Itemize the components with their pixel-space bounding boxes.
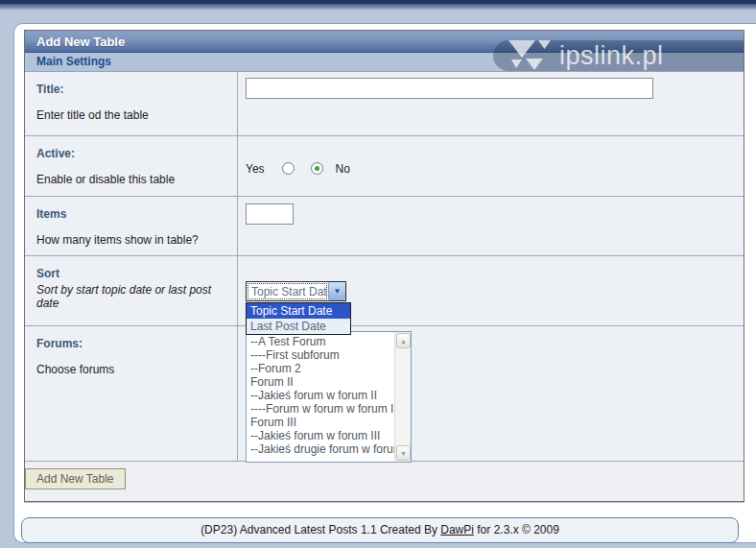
active-no-label: No (336, 162, 350, 176)
sort-option-topic-start-date[interactable]: Topic Start Date (247, 303, 350, 319)
form-row-sort: Sort Sort by start topic date or last po… (25, 256, 744, 326)
active-label: Active: (36, 147, 225, 160)
scroll-up-icon: ▲ (400, 338, 407, 345)
credits-text-after: for 2.3.x © 2009 (474, 523, 559, 536)
add-table-form: Add New Table ipslink.pl Main Settings T… (24, 30, 744, 502)
scroll-up-button[interactable]: ▲ (396, 333, 411, 348)
title-description: Enter title od the table (36, 108, 225, 122)
sort-dropdown-list: Topic Start Date Last Post Date (246, 302, 351, 335)
sort-combobox-closed[interactable]: Topic Start Date ▼ (246, 281, 346, 301)
active-input-cell: Yes No (238, 136, 744, 196)
sort-description: Sort by start topic date or last post da… (36, 283, 225, 310)
scroll-down-button[interactable]: ▼ (396, 445, 411, 461)
forums-input-cell: --A Test Forum ----First subforum --Foru… (238, 326, 744, 461)
active-label-cell: Active: Enable or disable this table (25, 136, 238, 196)
active-no-radio[interactable] (311, 162, 323, 175)
content-panel: Add New Table ipslink.pl Main Settings T… (13, 23, 756, 543)
sort-option-last-post-date[interactable]: Last Post Date (247, 319, 350, 334)
title-input-cell (238, 72, 744, 135)
forums-description: Choose forums (36, 363, 225, 376)
forums-multiselect[interactable]: --A Test Forum ----First subforum --Foru… (246, 331, 412, 463)
listbox-scrollbar[interactable]: ▲ ▼ (394, 332, 411, 462)
items-label: Items (36, 207, 225, 221)
forum-option[interactable]: Forum III (250, 416, 391, 429)
form-row-items: Items How many items show in table? (25, 197, 744, 256)
forums-label-cell: Forums: Choose forums (25, 326, 238, 461)
section-header: Main Settings (25, 53, 744, 72)
page-title: Add New Table (25, 31, 744, 53)
active-yes-radio[interactable] (282, 162, 295, 175)
forum-option[interactable]: Forum II (250, 375, 391, 389)
title-input[interactable] (246, 78, 653, 99)
sort-combobox[interactable]: Topic Start Date ▼ Topic Start Date Last… (246, 281, 346, 301)
scroll-down-icon: ▼ (400, 450, 407, 457)
sort-selected-value: Topic Start Date (248, 283, 327, 299)
sort-label-cell: Sort Sort by start topic date or last po… (25, 256, 238, 325)
top-gradient-bar (0, 4, 756, 10)
combo-dropdown-button[interactable]: ▼ (328, 282, 345, 300)
chevron-down-icon: ▼ (334, 287, 342, 296)
active-yes-label: Yes (246, 162, 265, 176)
form-row-active: Active: Enable or disable this table Yes… (25, 136, 744, 197)
credits-text-before: (DP23) Advanced Latest Posts 1.1 Created… (201, 523, 440, 536)
form-row-title: Title: Enter title od the table (25, 72, 744, 136)
title-label: Title: (36, 83, 225, 96)
forum-option[interactable]: ----Forum w forum w forum II (250, 402, 391, 416)
forum-option[interactable]: ----First subforum (250, 348, 391, 362)
sort-label: Sort (36, 267, 225, 280)
forum-option[interactable]: --Forum 2 (250, 362, 391, 375)
forum-option[interactable]: --A Test Forum (250, 335, 391, 348)
submit-row: Add New Table (25, 462, 744, 501)
forum-option[interactable]: --Jakieś forum w forum II (250, 389, 391, 402)
items-input-cell (238, 197, 744, 255)
items-input[interactable] (246, 203, 294, 225)
items-label-cell: Items How many items show in table? (25, 197, 238, 255)
active-description: Enable or disable this table (36, 173, 225, 186)
forums-label: Forums: (36, 337, 225, 350)
items-description: How many items show in table? (36, 233, 225, 247)
forum-option[interactable]: --Jakieś forum w forum III (250, 429, 391, 442)
add-new-table-button[interactable]: Add New Table (25, 468, 126, 489)
credits-footer: (DP23) Advanced Latest Posts 1.1 Created… (21, 517, 739, 543)
title-label-cell: Title: Enter title od the table (25, 72, 238, 135)
forum-option[interactable]: --Jakieś drugie forum w forum III (250, 442, 391, 456)
dawpi-link[interactable]: DawPi (440, 523, 474, 536)
form-row-forums: Forums: Choose forums --A Test Forum ---… (25, 326, 744, 462)
sort-input-cell: Topic Start Date ▼ Topic Start Date Last… (238, 256, 744, 325)
